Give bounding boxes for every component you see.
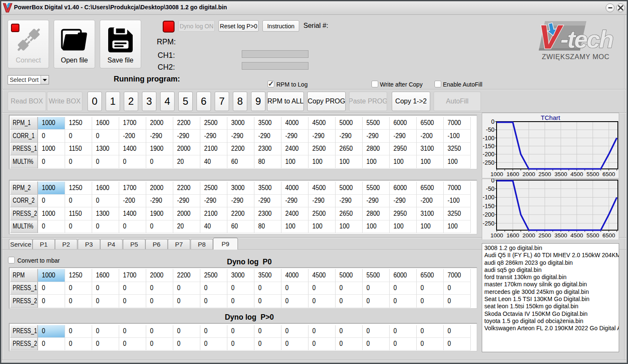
svg-text:3500: 3500 (554, 171, 567, 177)
svg-text:3500: 3500 (554, 232, 567, 239)
svg-text:5500: 5500 (587, 171, 599, 177)
svg-text:-250: -250 (483, 159, 494, 166)
svg-text:-100: -100 (483, 135, 494, 141)
svg-text:2500: 2500 (538, 171, 551, 177)
svg-text:-50: -50 (486, 126, 494, 133)
svg-text:2000: 2000 (522, 171, 535, 177)
svg-text:ZWIĘKSZAMY MOC: ZWIĘKSZAMY MOC (542, 53, 609, 60)
svg-text:-200: -200 (483, 151, 494, 158)
svg-text:0: 0 (491, 118, 494, 125)
svg-text:-250: -250 (483, 220, 494, 227)
svg-text:-200: -200 (483, 211, 494, 218)
svg-text:4500: 4500 (571, 171, 583, 177)
svg-text:0: 0 (491, 179, 494, 184)
svg-text:-tech: -tech (560, 25, 613, 53)
svg-text:6500: 6500 (603, 171, 615, 177)
svg-text:-50: -50 (486, 185, 494, 192)
svg-text:1600: 1600 (506, 171, 519, 177)
svg-text:-150: -150 (483, 203, 494, 209)
svg-text:5500: 5500 (587, 232, 599, 239)
svg-text:2500: 2500 (538, 232, 551, 239)
svg-text:-150: -150 (483, 143, 494, 149)
svg-text:1000: 1000 (490, 232, 503, 239)
svg-text:4500: 4500 (571, 232, 583, 239)
svg-text:1000: 1000 (490, 171, 503, 177)
svg-text:-100: -100 (483, 194, 494, 201)
svg-text:2000: 2000 (522, 232, 535, 239)
svg-text:1600: 1600 (506, 232, 519, 239)
svg-text:6500: 6500 (603, 232, 615, 239)
